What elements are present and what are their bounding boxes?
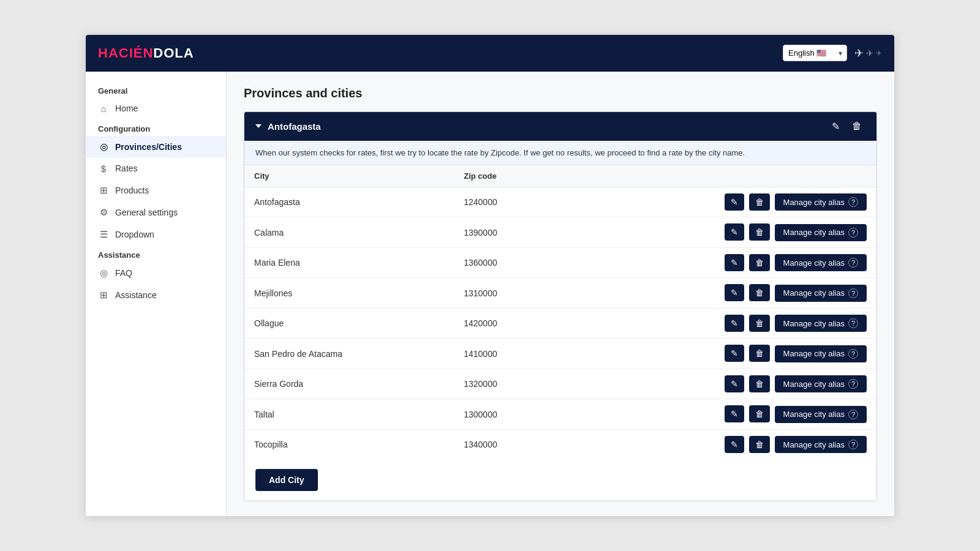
question-icon: ? [848, 228, 858, 238]
accordion-header-left: Antofagasta [255, 121, 321, 132]
sidebar-rates-label: Rates [115, 163, 138, 173]
sidebar-item-dropdown[interactable]: ☰ Dropdown [86, 223, 226, 246]
manage-alias-button[interactable]: Manage city alias ? [775, 345, 867, 362]
home-icon: ⌂ [98, 103, 109, 114]
question-icon: ? [848, 197, 858, 207]
delete-city-button[interactable]: 🗑 [749, 223, 770, 241]
manage-alias-button[interactable]: Manage city alias ? [775, 224, 867, 241]
delete-city-button[interactable]: 🗑 [749, 345, 770, 362]
page-title: Provinces and cities [244, 86, 877, 100]
paper-plane-group: ✈ ✈ ✈ [854, 47, 882, 60]
table-row: Calama 1390000 ✎ 🗑 Manage city alias ? [244, 217, 876, 248]
assistance-icon: ⊞ [98, 290, 109, 301]
sidebar-item-home[interactable]: ⌂ Home [86, 98, 226, 119]
question-icon: ? [848, 410, 858, 419]
edit-city-button[interactable]: ✎ [725, 375, 744, 392]
edit-city-button[interactable]: ✎ [725, 193, 744, 211]
nav-right: English 🇺🇸 Español 🇪🇸 ✈ ✈ ✈ [783, 45, 882, 61]
paper-plane-icon-2: ✈ [866, 48, 873, 58]
city-table: City Zip code Antofagasta 1240000 ✎ 🗑 Ma… [244, 165, 876, 460]
faq-icon: ◎ [98, 268, 109, 279]
table-header-row: City Zip code [244, 165, 876, 187]
actions-cell: ✎ 🗑 Manage city alias ? [557, 187, 876, 217]
actions-cell: ✎ 🗑 Manage city alias ? [557, 399, 876, 430]
info-banner: When our system checks for rates, first … [244, 141, 876, 165]
zip-code: 1360000 [454, 247, 557, 278]
delete-city-button[interactable]: 🗑 [749, 284, 770, 301]
zip-code: 1420000 [454, 308, 557, 339]
sidebar-dropdown-label: Dropdown [115, 230, 154, 239]
manage-alias-button[interactable]: Manage city alias ? [775, 285, 867, 302]
table-row: Taltal 1300000 ✎ 🗑 Manage city alias ? [244, 399, 876, 430]
logo-suffix: DOLA [153, 45, 194, 61]
zip-code: 1300000 [454, 399, 557, 430]
delete-province-button[interactable]: 🗑 [848, 119, 865, 133]
sidebar-item-assistance[interactable]: ⊞ Assistance [86, 284, 226, 306]
actions-cell: ✎ 🗑 Manage city alias ? [557, 308, 876, 339]
sidebar-section-assistance: Assistance [86, 246, 226, 262]
sidebar-item-general-settings[interactable]: ⚙ General settings [86, 201, 226, 223]
sidebar-item-faq[interactable]: ◎ FAQ [86, 262, 226, 284]
accordion-header[interactable]: Antofagasta ✎ 🗑 [244, 112, 876, 141]
actions-cell: ✎ 🗑 Manage city alias ? [557, 429, 876, 459]
edit-city-button[interactable]: ✎ [725, 405, 744, 422]
edit-city-button[interactable]: ✎ [725, 223, 744, 241]
zip-code: 1390000 [454, 217, 557, 248]
sidebar-faq-label: FAQ [115, 268, 132, 278]
edit-city-button[interactable]: ✎ [725, 284, 744, 301]
edit-city-button[interactable]: ✎ [725, 345, 744, 362]
question-icon: ? [848, 440, 858, 449]
table-row: Maria Elena 1360000 ✎ 🗑 Manage city alia… [244, 247, 876, 278]
table-row: Mejillones 1310000 ✎ 🗑 Manage city alias… [244, 278, 876, 309]
sidebar-provinces-label: Provinces/Cities [115, 142, 182, 152]
actions-cell: ✎ 🗑 Manage city alias ? [557, 217, 876, 248]
sidebar-item-products[interactable]: ⊞ Products [86, 179, 226, 201]
sidebar-assistance-label: Assistance [115, 290, 157, 300]
delete-city-button[interactable]: 🗑 [749, 436, 770, 453]
city-name: Calama [244, 217, 454, 248]
actions-cell: ✎ 🗑 Manage city alias ? [557, 247, 876, 278]
language-select[interactable]: English 🇺🇸 Español 🇪🇸 [783, 45, 847, 61]
manage-alias-button[interactable]: Manage city alias ? [775, 315, 867, 332]
actions-cell: ✎ 🗑 Manage city alias ? [557, 339, 876, 369]
col-actions-header [557, 165, 876, 187]
content-area: Provinces and cities Antofagasta ✎ 🗑 Whe [227, 72, 894, 517]
lang-wrapper: English 🇺🇸 Español 🇪🇸 [783, 45, 847, 61]
manage-alias-button[interactable]: Manage city alias ? [775, 375, 867, 392]
edit-city-button[interactable]: ✎ [725, 254, 744, 271]
col-city-header: City [244, 165, 454, 187]
delete-city-button[interactable]: 🗑 [749, 375, 770, 392]
zip-code: 1240000 [454, 187, 557, 217]
edit-city-button[interactable]: ✎ [725, 315, 744, 332]
accordion-body: When our system checks for rates, first … [244, 141, 876, 501]
info-text: When our system checks for rates, first … [255, 148, 745, 157]
paper-plane-icon-1: ✈ [854, 47, 864, 60]
delete-city-button[interactable]: 🗑 [749, 193, 770, 211]
add-city-button[interactable]: Add City [255, 469, 318, 491]
rates-icon: $ [98, 163, 109, 174]
manage-alias-button[interactable]: Manage city alias ? [775, 193, 867, 211]
sidebar: General ⌂ Home Configuration ◎ Provinces… [86, 72, 227, 517]
manage-alias-button[interactable]: Manage city alias ? [775, 254, 867, 271]
delete-city-button[interactable]: 🗑 [749, 405, 770, 422]
logo: HACIÉNDOLA [98, 45, 194, 61]
edit-province-button[interactable]: ✎ [828, 119, 843, 133]
city-name: Ollague [244, 308, 454, 339]
zip-code: 1320000 [454, 369, 557, 399]
sidebar-item-provinces[interactable]: ◎ Provinces/Cities [86, 136, 226, 158]
sidebar-item-rates[interactable]: $ Rates [86, 158, 226, 179]
question-icon: ? [848, 349, 858, 359]
edit-city-button[interactable]: ✎ [725, 436, 744, 453]
manage-alias-button[interactable]: Manage city alias ? [775, 436, 867, 453]
manage-alias-button[interactable]: Manage city alias ? [775, 406, 867, 423]
logo-prefix: HACIÉN [98, 45, 153, 61]
delete-city-button[interactable]: 🗑 [749, 315, 770, 332]
city-name: Antofagasta [244, 187, 454, 217]
question-icon: ? [848, 379, 858, 389]
products-icon: ⊞ [98, 185, 109, 196]
delete-city-button[interactable]: 🗑 [749, 254, 770, 271]
table-row: Tocopilla 1340000 ✎ 🗑 Manage city alias … [244, 429, 876, 459]
settings-icon: ⚙ [98, 207, 109, 218]
chevron-down-icon [255, 124, 262, 128]
zip-code: 1340000 [454, 429, 557, 459]
